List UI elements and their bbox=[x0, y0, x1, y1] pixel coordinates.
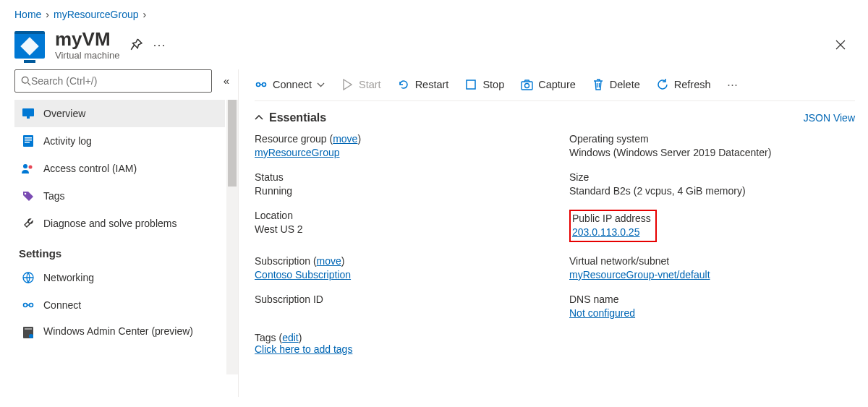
nav-label: Diagnose and solve problems bbox=[43, 218, 176, 229]
label-text: Subscription ( bbox=[255, 255, 317, 267]
button-label: Stop bbox=[482, 79, 504, 90]
label-text: ) bbox=[299, 332, 302, 343]
nav-overview[interactable]: Overview bbox=[14, 100, 225, 127]
nav-connect[interactable]: Connect bbox=[14, 291, 225, 319]
move-link[interactable]: move bbox=[333, 133, 357, 145]
content: Connect Start Restart bbox=[239, 69, 868, 397]
page-title: myVM bbox=[55, 29, 119, 50]
scrollbar-thumb[interactable] bbox=[228, 100, 237, 187]
value-text: Running bbox=[255, 185, 540, 197]
monitor-icon bbox=[22, 107, 35, 120]
label-text: Tags ( bbox=[255, 332, 282, 343]
svg-rect-5 bbox=[25, 140, 32, 141]
edit-tags-link[interactable]: edit bbox=[282, 332, 299, 343]
connect-icon bbox=[255, 78, 268, 91]
json-view-link[interactable]: JSON View bbox=[804, 112, 855, 124]
nav-diagnose[interactable]: Diagnose and solve problems bbox=[14, 210, 225, 237]
label-text: Subscription ID bbox=[255, 294, 540, 305]
nav-label: Windows Admin Center (preview) bbox=[43, 325, 193, 338]
field-public-ip: Public IP address 203.0.113.0.25 bbox=[569, 210, 855, 242]
svg-point-8 bbox=[29, 165, 33, 168]
more-button[interactable]: ⋯ bbox=[727, 79, 739, 90]
button-label: Refresh bbox=[674, 79, 711, 90]
field-size: Size Standard B2s (2 vcpus, 4 GiB memory… bbox=[569, 171, 855, 197]
search-input[interactable] bbox=[31, 75, 205, 87]
connect-button[interactable]: Connect bbox=[255, 78, 325, 91]
label-text: Operating system bbox=[569, 133, 855, 145]
nav-section-settings: Settings bbox=[14, 237, 225, 264]
svg-rect-18 bbox=[467, 80, 475, 89]
nav-access-control[interactable]: Access control (IAM) bbox=[14, 155, 225, 182]
field-resource-group: Resource group (move) myResourceGroup bbox=[255, 133, 540, 158]
svg-point-0 bbox=[22, 77, 28, 83]
breadcrumb-group[interactable]: myResourceGroup bbox=[54, 9, 139, 20]
refresh-button[interactable]: Refresh bbox=[656, 78, 711, 91]
search-box[interactable] bbox=[14, 69, 212, 93]
stop-button[interactable]: Stop bbox=[464, 78, 504, 91]
start-button[interactable]: Start bbox=[341, 78, 381, 91]
more-menu-icon[interactable]: ⋯ bbox=[153, 37, 167, 53]
scrollbar-track[interactable] bbox=[226, 100, 238, 374]
tags-row: Tags (edit) Click here to add tags bbox=[255, 319, 855, 355]
dns-link[interactable]: Not configured bbox=[569, 307, 635, 319]
add-tags-link[interactable]: Click here to add tags bbox=[255, 343, 352, 355]
pin-icon[interactable] bbox=[129, 38, 142, 51]
label-text: Size bbox=[569, 171, 855, 183]
label-text: ) bbox=[357, 133, 361, 145]
field-location: Location West US 2 bbox=[255, 210, 540, 242]
resource-group-link[interactable]: myResourceGroup bbox=[255, 147, 340, 158]
close-button[interactable] bbox=[835, 39, 854, 51]
nav-label: Access control (IAM) bbox=[43, 163, 137, 174]
nav-label: Connect bbox=[43, 299, 81, 311]
breadcrumb: Home › myResourceGroup › bbox=[0, 0, 868, 26]
play-icon bbox=[341, 78, 354, 91]
public-ip-link[interactable]: 203.0.113.0.25 bbox=[572, 226, 639, 238]
vnet-link[interactable]: myResourceGroup-vnet/default bbox=[569, 269, 710, 280]
svg-rect-6 bbox=[25, 142, 30, 143]
label-text: Location bbox=[255, 210, 540, 221]
refresh-icon bbox=[656, 78, 669, 91]
tag-icon bbox=[22, 189, 35, 202]
nav-label: Activity log bbox=[43, 135, 92, 147]
svg-point-17 bbox=[263, 83, 266, 87]
svg-rect-19 bbox=[522, 82, 532, 90]
restart-button[interactable]: Restart bbox=[397, 78, 449, 91]
nav-label: Overview bbox=[43, 108, 85, 119]
button-label: Restart bbox=[415, 79, 449, 90]
essentials-toggle[interactable]: Essentials bbox=[255, 111, 326, 124]
capture-button[interactable]: Capture bbox=[520, 78, 576, 91]
svg-rect-3 bbox=[23, 135, 33, 147]
field-vnet: Virtual network/subnet myResourceGroup-v… bbox=[569, 255, 855, 280]
label-text: DNS name bbox=[569, 294, 855, 305]
svg-point-20 bbox=[524, 83, 529, 87]
value-text: West US 2 bbox=[255, 223, 540, 235]
chevron-right-icon: › bbox=[46, 9, 49, 20]
label-text: Resource group ( bbox=[255, 133, 333, 145]
button-label: Connect bbox=[273, 79, 312, 90]
move-link[interactable]: move bbox=[317, 255, 341, 267]
delete-button[interactable]: Delete bbox=[592, 78, 640, 91]
highlight-box: Public IP address 203.0.113.0.25 bbox=[569, 210, 657, 242]
svg-rect-2 bbox=[27, 116, 30, 119]
nav-activity-log[interactable]: Activity log bbox=[14, 127, 225, 155]
field-subscription-id: Subscription ID bbox=[255, 294, 540, 319]
field-status: Status Running bbox=[255, 171, 540, 197]
sidebar: « ▲ Overview Activity log bbox=[0, 69, 239, 397]
nav-tags[interactable]: Tags bbox=[14, 182, 225, 210]
globe-icon bbox=[22, 271, 35, 284]
collapse-sidebar-icon[interactable]: « bbox=[224, 74, 226, 87]
nav-label: Tags bbox=[43, 190, 65, 202]
essentials-header: Essentials JSON View bbox=[255, 101, 855, 133]
nav-label: Networking bbox=[43, 272, 94, 283]
subscription-link[interactable]: Contoso Subscription bbox=[255, 269, 351, 280]
svg-point-7 bbox=[23, 164, 27, 168]
svg-point-11 bbox=[24, 303, 27, 307]
nav-networking[interactable]: Networking bbox=[14, 264, 225, 291]
chevron-down-icon bbox=[317, 82, 325, 87]
field-dns: DNS name Not configured bbox=[569, 294, 855, 319]
breadcrumb-home[interactable]: Home bbox=[14, 9, 41, 20]
svg-rect-1 bbox=[22, 108, 34, 116]
nav-windows-admin-center[interactable]: Windows Admin Center (preview) bbox=[14, 319, 225, 345]
button-label: Delete bbox=[610, 79, 640, 90]
button-label: Start bbox=[359, 79, 381, 90]
